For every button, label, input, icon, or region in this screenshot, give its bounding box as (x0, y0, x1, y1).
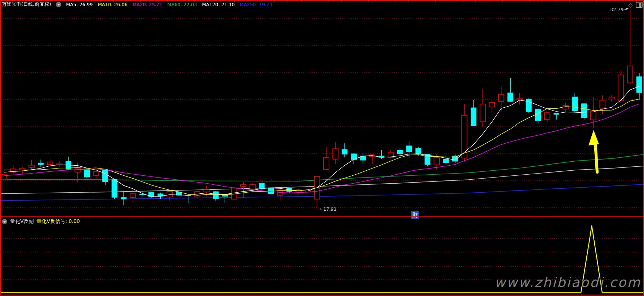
subpanel-header: 量化V反副 量化V反信号: 0.00 (2, 218, 80, 225)
cai-badge-label: 财 (412, 211, 418, 219)
high-price-label: 32.79 (610, 7, 623, 12)
corner-toolbar: ◇ (628, 2, 643, 8)
collapse-chevron-icon[interactable] (56, 2, 61, 7)
low-price-label: ←17.91 (319, 206, 337, 212)
chart-header: 万隆光电(日线.前复权) MA5: 26.99MA10: 26.06MA20: … (2, 1, 272, 8)
buy-signal-arrow-head (589, 130, 599, 145)
diamond-icon[interactable]: ◇ (628, 3, 632, 8)
watermark: www.zhibiaodi.com (494, 275, 641, 290)
subpanel-collapse-chevron-icon[interactable] (2, 219, 7, 224)
ma-values: MA5: 26.99MA10: 26.06MA20: 25.71MA60: 22… (66, 2, 272, 7)
ma-value: MA5: 26.99 (66, 2, 93, 7)
split-panel-icon[interactable] (636, 2, 643, 8)
ma-value: MA10: 26.06 (98, 2, 127, 7)
stock-title: 万隆光电(日线.前复权) (2, 1, 51, 8)
subpanel-signal-value: 0.00 (68, 218, 80, 224)
subpanel-title: 量化V反副 (10, 218, 34, 225)
main-chart[interactable]: 32.79←17.91财 (0, 0, 644, 296)
ma-line-ma250 (0, 184, 644, 201)
ma-value: MA250: 19.73 (240, 2, 272, 7)
ma-value: MA20: 25.71 (133, 2, 162, 7)
app-window: 32.79←17.91财 万隆光电(日线.前复权) MA5: 26.99MA10… (0, 0, 644, 296)
ma-value: MA60: 22.03 (167, 2, 197, 7)
subpanel-signal-label: 量化V反信号: 0.00 (37, 218, 80, 225)
ma-value: MA120: 21.10 (202, 2, 235, 7)
buy-signal-arrow (595, 144, 597, 172)
high-arrow-icon (626, 8, 629, 10)
